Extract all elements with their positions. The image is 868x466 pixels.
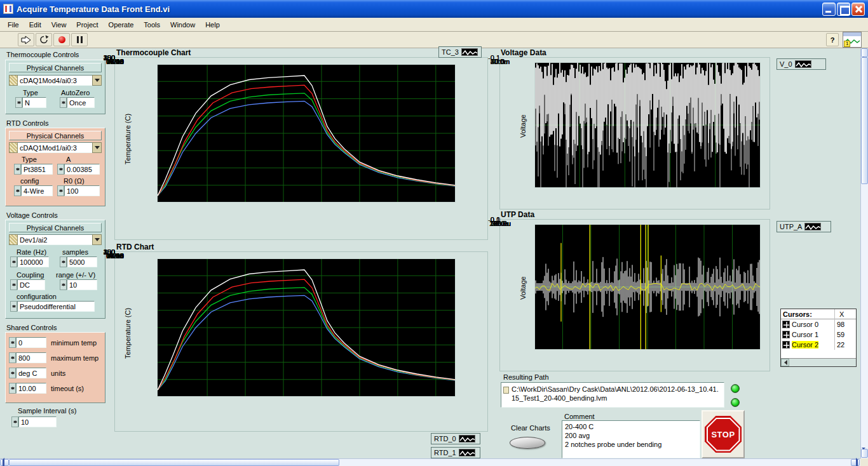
chevron-down-icon[interactable] bbox=[92, 75, 102, 86]
utp-legend[interactable]: UTP_A bbox=[776, 221, 831, 232]
minimize-button[interactable] bbox=[822, 3, 836, 16]
axis-tick-label: Time bbox=[492, 58, 508, 65]
stop-sign-icon: STOP bbox=[705, 416, 742, 453]
tc-autozero-control[interactable]: Once bbox=[60, 97, 95, 108]
vertical-scroll-thumb[interactable] bbox=[861, 57, 868, 184]
increment-decrement-arrows[interactable] bbox=[10, 279, 17, 290]
increment-decrement-arrows[interactable] bbox=[10, 301, 17, 312]
comment-input[interactable]: 20-400 C 200 avg 2 notches probe under b… bbox=[562, 420, 700, 458]
increment-decrement-arrows[interactable] bbox=[14, 164, 21, 175]
rtd-a-control[interactable]: 0.00385 bbox=[57, 164, 100, 175]
cursor-name[interactable]: Cursor 0 bbox=[792, 321, 818, 328]
cursor-row-0[interactable]: Cursor 0 98 bbox=[781, 319, 856, 330]
run-continuously-button[interactable] bbox=[36, 33, 52, 46]
vertical-scrollbar[interactable] bbox=[860, 48, 868, 458]
v-rate-label: Rate (Hz) bbox=[17, 248, 46, 256]
cursor-row-2[interactable]: Cursor 2 22 bbox=[781, 340, 856, 350]
menu-item-project[interactable]: Project bbox=[71, 19, 103, 30]
voltage-plot-area[interactable] bbox=[534, 62, 761, 188]
increment-decrement-arrows[interactable] bbox=[15, 97, 22, 108]
sample-interval-control[interactable]: 10 bbox=[11, 416, 57, 427]
rtd-legend-1[interactable]: RTD_1 bbox=[431, 447, 480, 458]
increment-decrement-arrows[interactable] bbox=[14, 185, 21, 196]
cursor-name[interactable]: Cursor 1 bbox=[792, 331, 818, 338]
chevron-down-icon[interactable] bbox=[92, 234, 102, 245]
cursor-row-1[interactable]: Cursor 1 59 bbox=[781, 330, 856, 340]
title-bar[interactable]: Acquire Temperature Data Front End.vi bbox=[0, 0, 868, 18]
axis-tick-label: Time bbox=[107, 58, 123, 65]
menu-item-window[interactable]: Window bbox=[165, 19, 200, 30]
menu-item-view[interactable]: View bbox=[46, 19, 72, 30]
increment-decrement-arrows[interactable] bbox=[9, 368, 16, 378]
cursors-palette[interactable]: Cursors: X Cursor 0 98 Cursor 1 59 Curso… bbox=[780, 309, 857, 367]
increment-decrement-arrows[interactable] bbox=[60, 97, 67, 108]
menu-item-file[interactable]: File bbox=[3, 19, 24, 30]
menu-item-tools[interactable]: Tools bbox=[139, 19, 165, 30]
abort-button[interactable] bbox=[53, 33, 70, 46]
tc-legend[interactable]: TC_3 bbox=[438, 46, 482, 58]
increment-decrement-arrows[interactable] bbox=[60, 256, 67, 267]
increment-decrement-arrows[interactable] bbox=[57, 164, 64, 175]
legend-plot-name: RTD_1 bbox=[434, 449, 456, 456]
voltage-data-title: Voltage Data bbox=[501, 48, 546, 57]
horizontal-scrollbar[interactable] bbox=[0, 458, 860, 466]
v-configuration-control[interactable]: Pseudodifferential bbox=[10, 301, 95, 312]
increment-decrement-arrows[interactable] bbox=[11, 416, 18, 427]
minimum-temp-control[interactable]: 0 bbox=[9, 337, 46, 348]
vi-window-icon bbox=[3, 4, 13, 14]
increment-decrement-arrows[interactable] bbox=[9, 383, 16, 394]
pause-button[interactable] bbox=[71, 33, 88, 46]
horizontal-scroll-thumb[interactable] bbox=[9, 459, 339, 466]
cursor-name[interactable]: Cursor 2 bbox=[792, 341, 818, 349]
maximize-button[interactable] bbox=[837, 3, 850, 16]
v-coupling-control[interactable]: DC bbox=[10, 279, 45, 290]
run-button[interactable] bbox=[18, 33, 34, 46]
palette-scrollbar[interactable] bbox=[781, 358, 856, 366]
increment-decrement-arrows[interactable] bbox=[9, 337, 16, 348]
utp-data-graph[interactable]: Voltage 0.10.0-0.10.025.0u50.0u75.0u100.… bbox=[499, 219, 770, 371]
menu-item-help[interactable]: Help bbox=[200, 19, 225, 30]
rtd-physical-channels-dropdown[interactable]: cDAQ1Mod1/ai0:3 bbox=[9, 142, 102, 153]
chevron-down-icon[interactable] bbox=[92, 142, 102, 153]
utp-plot-area[interactable] bbox=[534, 224, 761, 350]
tc-type-control[interactable]: N bbox=[15, 97, 46, 108]
increment-decrement-arrows[interactable] bbox=[10, 256, 17, 267]
scroll-down-button[interactable] bbox=[861, 449, 868, 458]
rtd-plot-area[interactable] bbox=[157, 258, 456, 397]
v-rate-control[interactable]: 100000 bbox=[10, 256, 49, 267]
resulting-path-indicator[interactable]: C:\WorkDir\Sasan\Dry Cask\Data\ANL\2012.… bbox=[501, 382, 724, 408]
voltage-legend[interactable]: V_0 bbox=[776, 58, 826, 70]
clear-charts-label: Clear Charts bbox=[511, 424, 550, 432]
minimum-temp-label: minimum temp bbox=[51, 339, 97, 347]
maximum-temp-control[interactable]: 800 bbox=[9, 352, 46, 363]
increment-decrement-arrows[interactable] bbox=[9, 352, 16, 363]
timeout-control[interactable]: 10.00 bbox=[9, 383, 46, 394]
rtd-config-control[interactable]: 4-Wire bbox=[14, 185, 53, 196]
clear-charts-button[interactable] bbox=[510, 437, 545, 449]
scroll-left-arrow-icon[interactable] bbox=[781, 359, 789, 366]
rtd-type-control[interactable]: Pt3851 bbox=[14, 164, 53, 175]
menu-item-edit[interactable]: Edit bbox=[24, 19, 46, 30]
scroll-left-button[interactable] bbox=[0, 459, 9, 466]
increment-decrement-arrows[interactable] bbox=[60, 279, 67, 290]
y-axis-label: Temperature (C) bbox=[124, 308, 132, 359]
v-range-control[interactable]: 10 bbox=[60, 279, 97, 290]
thermocouple-chart[interactable]: Temperature (C) 050100150200250300350400… bbox=[114, 57, 488, 240]
voltage-data-graph[interactable]: Voltage 0.1-0.10.010.0m20.0m30.0m40.0m50… bbox=[499, 57, 770, 210]
close-button[interactable] bbox=[851, 3, 865, 16]
scroll-up-button[interactable] bbox=[861, 48, 868, 57]
thermocouple-plot-area[interactable] bbox=[157, 64, 456, 203]
menu-item-operate[interactable]: Operate bbox=[104, 19, 139, 30]
stop-button[interactable]: STOP bbox=[702, 410, 745, 458]
rtd-chart[interactable]: Temperature (C) 050100150200250300350400… bbox=[114, 251, 488, 432]
units-control[interactable]: deg C bbox=[9, 368, 46, 378]
v-physical-channels-dropdown[interactable]: Dev1/ai2 bbox=[9, 234, 102, 245]
context-help-button[interactable]: ? bbox=[826, 33, 839, 46]
increment-decrement-arrows[interactable] bbox=[57, 185, 64, 196]
v-samples-control[interactable]: 5000 bbox=[60, 256, 97, 267]
tc-physical-channels-dropdown[interactable]: cDAQ1Mod4/ai0:3 bbox=[9, 75, 102, 86]
rtd-r0-control[interactable]: 100 bbox=[57, 185, 100, 196]
sample-interval-label: Sample Interval (s) bbox=[18, 407, 76, 415]
rtd-legend-0[interactable]: RTD_0 bbox=[431, 433, 480, 444]
scroll-right-button[interactable] bbox=[851, 459, 860, 466]
